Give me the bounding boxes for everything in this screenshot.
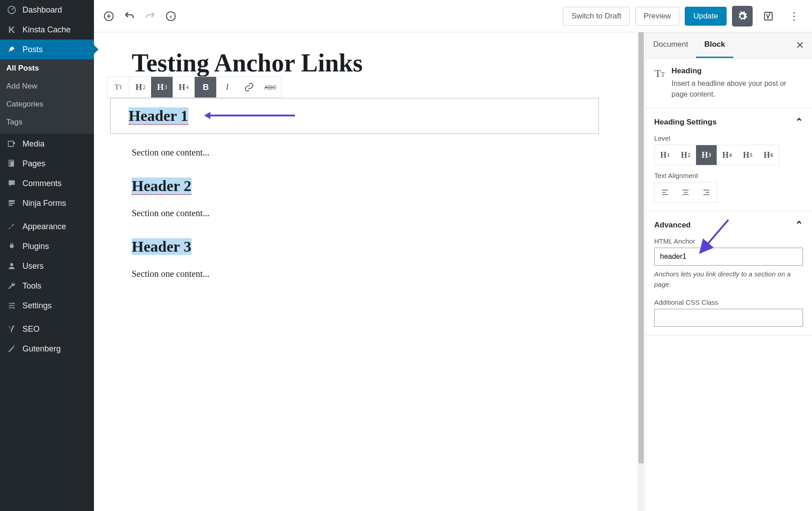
sidebar-item-seo[interactable]: SEO [0,319,94,339]
link-button[interactable] [238,77,259,98]
sidebar-label: Gutenberg [22,344,61,354]
post-title[interactable]: Testing Anchor Links [114,49,617,77]
sliders-icon [6,300,17,311]
h4-button[interactable]: H4 [173,77,194,98]
align-center-button[interactable] [675,182,696,202]
sidebar-label: Plugins [22,242,49,251]
sidebar-label: SEO [22,324,40,334]
admin-sidebar: Dashboard K Kinsta Cache Posts All Posts… [0,0,94,511]
sidebar-item-plugins[interactable]: Plugins [0,236,94,256]
svg-rect-4 [10,161,14,167]
undo-button[interactable] [123,9,136,23]
heading-settings-toggle[interactable]: Heading Settings ⌃ [654,116,803,128]
brush-icon [6,221,17,232]
pages-icon [6,158,17,169]
svg-rect-6 [9,203,14,204]
text-align-label: Text Alignment [654,172,803,179]
svg-point-11 [13,307,14,308]
svg-rect-5 [9,200,14,202]
heading-block[interactable]: Header 2 [114,178,617,195]
level-h6-button[interactable]: H6 [758,145,779,165]
italic-button[interactable]: I [216,77,238,98]
heading-text[interactable]: Header 1 [129,107,188,125]
svg-rect-7 [9,204,12,206]
editor-scrollbar[interactable] [637,32,645,511]
level-h1-button[interactable]: H1 [655,145,675,165]
preview-button[interactable]: Preview [635,7,679,26]
heading-block[interactable]: TT H2 H3 H4 B I ABC [110,98,599,134]
sidebar-item-pages[interactable]: Pages [0,154,94,173]
pin-icon [6,44,17,55]
redo-button[interactable] [143,9,157,23]
paragraph-text: Section one content... [132,147,617,158]
sidebar-item-ninjaforms[interactable]: Ninja Forms [0,193,94,213]
sidebar-item-settings[interactable]: Settings [0,296,94,315]
close-panel-button[interactable]: ✕ [788,40,812,51]
sidebar-label: Kinsta Cache [22,25,71,35]
h2-button[interactable]: H2 [129,77,151,98]
css-class-input[interactable] [654,309,803,327]
block-type-button[interactable]: TT [107,77,129,98]
plug-icon [6,241,17,252]
heading-text: Header 3 [132,238,192,255]
annotation-arrow-icon [210,115,295,116]
h3-button[interactable]: H3 [151,77,173,98]
document-tab[interactable]: Document [645,32,696,58]
paragraph-text: Section one content... [132,208,617,218]
settings-toggle-button[interactable] [732,6,753,27]
svg-point-2 [13,142,15,144]
kinsta-icon: K [6,24,17,35]
level-h5-button[interactable]: H5 [737,145,758,165]
sidebar-label: Settings [22,301,52,311]
sidebar-sub-tags[interactable]: Tags [0,113,94,134]
sidebar-label: Pages [22,159,45,169]
editor-canvas[interactable]: Testing Anchor Links TT H2 H3 H4 B [94,32,637,511]
paragraph-block[interactable]: Section one content... [114,208,617,218]
sidebar-label: Ninja Forms [22,199,66,208]
svg-point-8 [10,263,13,266]
wrench-icon [6,280,17,291]
paragraph-block[interactable]: Section one content... [114,269,617,279]
forms-icon [6,198,17,209]
sidebar-sub-addnew[interactable]: Add New [0,77,94,95]
paragraph-block[interactable]: Section one content... [114,147,617,158]
heading-icon: TT [654,67,665,80]
sidebar-item-kinsta[interactable]: K Kinsta Cache [0,20,94,40]
settings-panel: Document Block ✕ TT Heading Insert a hea… [645,32,812,511]
sidebar-item-comments[interactable]: Comments [0,173,94,193]
paragraph-text: Section one content... [132,269,617,279]
level-button-group: H1 H2 H3 H4 H5 H6 [654,145,779,165]
anchor-help-text: Anchors lets you link directly to a sect… [654,269,803,289]
chevron-up-icon: ⌃ [795,219,803,231]
level-h4-button[interactable]: H4 [717,145,737,165]
block-tab[interactable]: Block [696,32,733,58]
yoast-panel-button[interactable] [758,6,779,27]
align-right-button[interactable] [696,182,717,202]
sidebar-sub-allposts[interactable]: All Posts [0,59,94,77]
add-block-button[interactable] [102,9,116,23]
sidebar-label: Appearance [22,222,66,231]
bold-button[interactable]: B [195,77,216,98]
sidebar-item-gutenberg[interactable]: Gutenberg [0,339,94,359]
sidebar-item-dashboard[interactable]: Dashboard [0,0,94,20]
svg-point-9 [13,302,14,304]
level-h3-button[interactable]: H3 [696,145,717,165]
heading-block[interactable]: Header 3 [114,238,617,255]
align-left-button[interactable] [655,182,675,202]
level-h2-button[interactable]: H2 [675,145,696,165]
sidebar-label: Posts [22,45,43,54]
update-button[interactable]: Update [685,7,727,26]
sidebar-label: Media [22,139,45,149]
more-menu-button[interactable]: ⋮ [784,7,804,25]
gauge-icon [6,4,17,15]
sidebar-item-tools[interactable]: Tools [0,276,94,296]
sidebar-sub-categories[interactable]: Categories [0,95,94,113]
sidebar-item-media[interactable]: Media [0,134,94,154]
info-button[interactable] [164,9,178,23]
sidebar-item-posts[interactable]: Posts [0,40,94,59]
switch-draft-button[interactable]: Switch to Draft [563,7,630,26]
sidebar-label: Users [22,262,44,271]
sidebar-item-users[interactable]: Users [0,256,94,276]
sidebar-item-appearance[interactable]: Appearance [0,217,94,236]
strikethrough-button[interactable]: ABC [259,77,281,98]
